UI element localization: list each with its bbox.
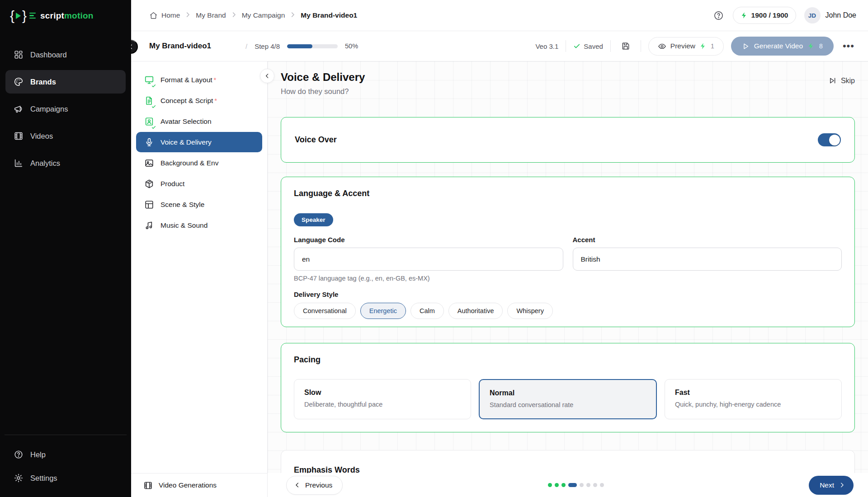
sidebar-item-label: Settings — [30, 474, 57, 483]
preview-button[interactable]: Preview 1 — [648, 37, 724, 56]
delivery-style-authoritative[interactable]: Authoritative — [448, 303, 503, 319]
delivery-style-whispery[interactable]: Whispery — [507, 303, 552, 319]
generate-cost: 8 — [819, 42, 823, 50]
megaphone-icon — [14, 104, 24, 114]
progress-dot — [586, 483, 590, 487]
toolbar-left: My Brand-video1 / Step 4/8 50% — [149, 42, 358, 51]
step-background-env[interactable]: Background & Env — [136, 153, 262, 173]
progress-dot — [548, 483, 552, 487]
sidebar-item-label: Brands — [30, 78, 56, 86]
step-product[interactable]: Product — [136, 173, 262, 194]
film-icon — [143, 481, 153, 490]
more-options-button[interactable]: ••• — [841, 40, 856, 52]
app-logo[interactable]: { } scriptmotion — [0, 0, 131, 31]
app-window: { } scriptmotion Dashboard Brands Campai… — [0, 0, 868, 497]
toolbar-right: Veo 3.1 Saved Preview 1 Generate Video — [535, 37, 856, 56]
chevron-right-icon — [289, 11, 296, 20]
play-icon — [742, 42, 750, 50]
main-sidebar: { } scriptmotion Dashboard Brands Campai… — [0, 0, 131, 497]
step-avatar-selection[interactable]: Avatar Selection — [136, 111, 262, 131]
pacing-option-fast[interactable]: Fast Quick, punchy, high-energy cadence — [665, 379, 842, 419]
breadcrumb-home[interactable]: Home — [149, 11, 180, 20]
step-format-layout[interactable]: Format & Layout* — [136, 70, 262, 90]
delivery-style-options: Conversational Energetic Calm Authoritat… — [294, 303, 842, 319]
project-toolbar: My Brand-video1 / Step 4/8 50% Veo 3.1 S… — [131, 31, 868, 61]
chevron-right-icon — [231, 11, 237, 20]
credits-counter[interactable]: 1900 / 1900 — [733, 7, 796, 24]
language-code-field: Language Code BCP-47 language tag (e.g.,… — [294, 236, 563, 282]
step-indicator: Step 4/8 — [255, 42, 280, 50]
delivery-style-label: Delivery Style — [294, 291, 842, 298]
step-label: Voice & Delivery — [160, 138, 212, 146]
generate-video-button[interactable]: Generate Video 8 — [731, 37, 834, 56]
user-name: John Doe — [826, 11, 857, 19]
sidebar-item-dashboard[interactable]: Dashboard — [5, 43, 126, 66]
pacing-option-slow[interactable]: Slow Deliberate, thoughtful pace — [294, 379, 471, 419]
skip-button[interactable]: Skip — [828, 76, 855, 85]
breadcrumb-my-campaign[interactable]: My Campaign — [242, 11, 285, 19]
required-asterisk: * — [214, 76, 217, 84]
language-accent-title: Language & Accent — [294, 189, 842, 198]
delivery-style-conversational[interactable]: Conversational — [294, 303, 356, 319]
sidebar-item-brands[interactable]: Brands — [5, 70, 126, 94]
bar-chart-icon — [14, 158, 24, 168]
user-menu[interactable]: JD John Doe — [804, 7, 857, 23]
step-scene-style[interactable]: Scene & Style — [136, 194, 262, 215]
step-label: Concept & Script* — [160, 97, 217, 105]
delivery-style-energetic[interactable]: Energetic — [360, 303, 406, 319]
film-icon — [14, 131, 24, 141]
delivery-style-calm[interactable]: Calm — [410, 303, 444, 319]
language-code-label: Language Code — [294, 236, 563, 244]
sidebar-item-videos[interactable]: Videos — [5, 124, 126, 148]
video-generations-link[interactable]: Video Generations — [131, 473, 267, 497]
image-icon — [144, 158, 154, 168]
play-icon — [16, 13, 21, 19]
sidebar-item-settings[interactable]: Settings — [5, 466, 126, 490]
page-subtitle: How do they sound? — [281, 87, 365, 96]
progress-dot — [600, 483, 604, 487]
next-button[interactable]: Next — [809, 476, 854, 495]
sidebar-item-analytics[interactable]: Analytics — [5, 151, 126, 175]
header-actions: 1900 / 1900 JD John Doe — [713, 7, 856, 24]
save-button[interactable] — [618, 38, 633, 54]
collapse-steps-panel-button[interactable] — [260, 69, 274, 83]
accent-input[interactable] — [573, 248, 842, 271]
help-button[interactable] — [713, 9, 725, 21]
lightning-icon — [807, 42, 815, 50]
step-label: Scene & Style — [160, 201, 204, 209]
preview-cost: 1 — [711, 42, 714, 50]
sidebar-item-label: Videos — [30, 132, 53, 141]
accent-field: Accent — [573, 236, 842, 282]
breadcrumb-my-brand[interactable]: My Brand — [196, 11, 226, 19]
lightning-icon — [699, 42, 707, 50]
voice-over-toggle[interactable] — [818, 133, 841, 146]
sidebar-item-campaigns[interactable]: Campaigns — [5, 97, 126, 121]
dashboard-icon — [14, 50, 24, 60]
previous-button[interactable]: Previous — [286, 476, 343, 495]
progress-dot — [568, 483, 577, 487]
breadcrumb: Home My Brand My Campaign My Brand-video… — [149, 11, 357, 20]
gear-icon — [14, 473, 24, 483]
step-label: Music & Sound — [160, 221, 208, 230]
chevron-left-icon — [294, 482, 301, 488]
step-voice-delivery[interactable]: Voice & Delivery — [136, 132, 262, 152]
step-concept-script[interactable]: Concept & Script* — [136, 90, 262, 111]
language-code-input[interactable] — [294, 248, 563, 271]
sidebar-nav: Dashboard Brands Campaigns Videos Analyt… — [0, 31, 131, 175]
step-music-sound[interactable]: Music & Sound — [136, 215, 262, 235]
eye-icon — [658, 42, 666, 51]
page-header: Voice & Delivery How do they sound? Skip — [281, 71, 855, 96]
step-progress-bar — [287, 44, 338, 48]
sidebar-item-help[interactable]: Help — [5, 443, 126, 466]
skip-forward-icon — [828, 76, 837, 85]
language-code-hint: BCP-47 language tag (e.g., en, en-GB, es… — [294, 275, 563, 282]
progress-dot — [593, 483, 597, 487]
pacing-title: Pacing — [294, 355, 842, 365]
pacing-option-normal[interactable]: Normal Standard conversational rate — [479, 379, 657, 419]
sidebar-item-label: Dashboard — [30, 51, 67, 59]
progress-dot — [580, 483, 584, 487]
breadcrumb-current: My Brand-video1 — [301, 11, 357, 19]
step-done-check-icon — [151, 103, 156, 107]
step-label: Format & Layout* — [160, 76, 216, 84]
step-done-check-icon — [151, 123, 156, 128]
